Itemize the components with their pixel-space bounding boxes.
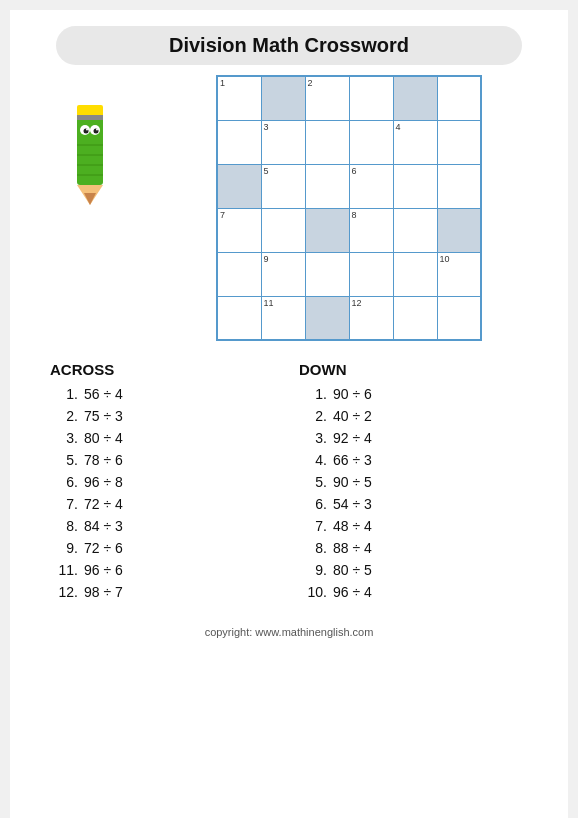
clue-text: 80 ÷ 5: [333, 562, 528, 578]
clue-text: 90 ÷ 6: [333, 386, 528, 402]
clue-text: 56 ÷ 4: [84, 386, 279, 402]
grid-cell: [437, 208, 481, 252]
clue-text: 72 ÷ 4: [84, 496, 279, 512]
clue-number: 7.: [50, 496, 78, 512]
clue-text: 98 ÷ 7: [84, 584, 279, 600]
pencil-area: [30, 75, 150, 205]
grid-cell: 2: [305, 76, 349, 120]
grid-cell: 1: [217, 76, 261, 120]
grid-cell: 4: [393, 120, 437, 164]
grid-cell: [305, 164, 349, 208]
clue-row: 2.75 ÷ 3: [50, 408, 279, 424]
grid-row: 3 4: [217, 120, 481, 164]
down-clues: DOWN 1.90 ÷ 62.40 ÷ 23.92 ÷ 44.66 ÷ 35.9…: [299, 361, 528, 606]
grid-row: 11 12: [217, 296, 481, 340]
grid-cell: [393, 252, 437, 296]
clue-row: 7.72 ÷ 4: [50, 496, 279, 512]
page-title: Division Math Crossword: [76, 34, 502, 57]
clue-number: 2.: [50, 408, 78, 424]
grid-cell: [393, 208, 437, 252]
grid-cell: 7: [217, 208, 261, 252]
grid-cell: [349, 76, 393, 120]
clue-number: 8.: [299, 540, 327, 556]
clue-number: 9.: [299, 562, 327, 578]
clue-text: 88 ÷ 4: [333, 540, 528, 556]
grid-cell: [437, 164, 481, 208]
grid-cell: [393, 164, 437, 208]
clue-number: 11.: [50, 562, 78, 578]
clue-row: 4.66 ÷ 3: [299, 452, 528, 468]
grid-cell: [217, 296, 261, 340]
clue-number: 10.: [299, 584, 327, 600]
title-bar: Division Math Crossword: [56, 26, 522, 65]
grid-cell: 6: [349, 164, 393, 208]
grid-cell: 10: [437, 252, 481, 296]
grid-row: 9 10: [217, 252, 481, 296]
clue-text: 92 ÷ 4: [333, 430, 528, 446]
page: Division Math Crossword: [10, 10, 568, 818]
down-header: DOWN: [299, 361, 528, 378]
clue-row: 11.96 ÷ 6: [50, 562, 279, 578]
clue-text: 90 ÷ 5: [333, 474, 528, 490]
pencil-icon: [55, 95, 125, 205]
clue-row: 7.48 ÷ 4: [299, 518, 528, 534]
svg-point-10: [96, 129, 98, 131]
svg-point-9: [86, 129, 88, 131]
clue-text: 96 ÷ 6: [84, 562, 279, 578]
clue-number: 1.: [299, 386, 327, 402]
clue-number: 8.: [50, 518, 78, 534]
clue-text: 48 ÷ 4: [333, 518, 528, 534]
clue-text: 96 ÷ 4: [333, 584, 528, 600]
svg-rect-4: [77, 115, 103, 120]
clues-section: ACROSS 1.56 ÷ 42.75 ÷ 33.80 ÷ 45.78 ÷ 66…: [50, 361, 528, 606]
grid-cell: 3: [261, 120, 305, 164]
clue-number: 9.: [50, 540, 78, 556]
grid-cell: [261, 76, 305, 120]
grid-cell: [305, 296, 349, 340]
clue-row: 3.80 ÷ 4: [50, 430, 279, 446]
grid-row: 5 6: [217, 164, 481, 208]
clue-row: 6.54 ÷ 3: [299, 496, 528, 512]
clue-row: 1.56 ÷ 4: [50, 386, 279, 402]
clue-number: 5.: [299, 474, 327, 490]
svg-marker-2: [84, 193, 96, 205]
grid-table: 1 2 3 4 5: [216, 75, 482, 341]
clue-row: 10.96 ÷ 4: [299, 584, 528, 600]
grid-cell: [305, 120, 349, 164]
across-clues: ACROSS 1.56 ÷ 42.75 ÷ 33.80 ÷ 45.78 ÷ 66…: [50, 361, 279, 606]
clue-row: 9.72 ÷ 6: [50, 540, 279, 556]
grid-cell: 12: [349, 296, 393, 340]
clue-number: 3.: [299, 430, 327, 446]
grid-cell: [349, 252, 393, 296]
crossword-grid: 1 2 3 4 5: [150, 75, 548, 341]
clue-row: 9.80 ÷ 5: [299, 562, 528, 578]
grid-cell: 9: [261, 252, 305, 296]
clue-row: 1.90 ÷ 6: [299, 386, 528, 402]
clue-text: 84 ÷ 3: [84, 518, 279, 534]
clue-row: 8.84 ÷ 3: [50, 518, 279, 534]
grid-row: 1 2: [217, 76, 481, 120]
clue-row: 12.98 ÷ 7: [50, 584, 279, 600]
clue-number: 12.: [50, 584, 78, 600]
clue-number: 1.: [50, 386, 78, 402]
top-section: 1 2 3 4 5: [30, 75, 548, 341]
grid-cell: 11: [261, 296, 305, 340]
grid-cell: [217, 120, 261, 164]
clue-text: 66 ÷ 3: [333, 452, 528, 468]
grid-cell: [261, 208, 305, 252]
grid-cell: 8: [349, 208, 393, 252]
grid-cell: [305, 208, 349, 252]
grid-cell: [217, 252, 261, 296]
grid-cell: [437, 296, 481, 340]
grid-cell: [349, 120, 393, 164]
grid-cell: [393, 296, 437, 340]
grid-cell: [217, 164, 261, 208]
clue-row: 3.92 ÷ 4: [299, 430, 528, 446]
clue-row: 6.96 ÷ 8: [50, 474, 279, 490]
clue-row: 8.88 ÷ 4: [299, 540, 528, 556]
clue-text: 54 ÷ 3: [333, 496, 528, 512]
clue-text: 80 ÷ 4: [84, 430, 279, 446]
clue-number: 2.: [299, 408, 327, 424]
clue-number: 7.: [299, 518, 327, 534]
clue-number: 3.: [50, 430, 78, 446]
